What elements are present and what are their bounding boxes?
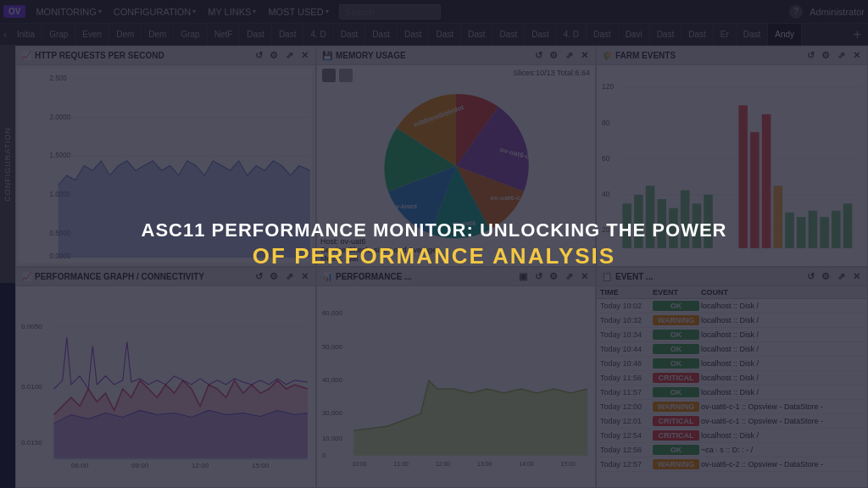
svg-text:12:00: 12:00 [192, 462, 209, 469]
refresh-icon[interactable]: ↺ [253, 271, 264, 282]
link-icon[interactable]: ⇗ [835, 50, 847, 61]
chevron-down-icon: ▾ [253, 8, 256, 15]
refresh-icon[interactable]: ↺ [804, 50, 816, 61]
event-row[interactable]: Today 12:00WARNINGov-uat6-c-1 :: Opsview… [597, 400, 867, 414]
close-icon[interactable]: ✕ [298, 50, 310, 61]
tab-item[interactable]: Davi [619, 24, 650, 46]
close-icon[interactable]: ✕ [578, 271, 590, 282]
tab-item[interactable]: Dast [334, 24, 366, 46]
event-host: localhost :: Disk / [701, 374, 864, 382]
refresh-icon[interactable]: ↺ [804, 271, 816, 282]
logo: OV [3, 5, 25, 18]
link-icon[interactable]: ⇗ [563, 271, 575, 282]
perf2-chart-area: 60,000 50,000 40,000 30,000 10,000 0 10:… [317, 286, 595, 487]
tab-item[interactable]: Andy [768, 24, 802, 46]
refresh-icon[interactable]: ↺ [532, 50, 544, 61]
svg-text:0.0150: 0.0150 [21, 439, 42, 446]
event-row[interactable]: Today 12:57WARNINGov-uat6-c-2 :: Opsview… [597, 458, 867, 472]
event-status: CRITICAL [653, 430, 699, 441]
nav-mostused[interactable]: MOST USED ▾ [263, 5, 333, 19]
tab-item[interactable]: Dast [240, 24, 272, 46]
tab-item[interactable]: Dast [737, 24, 769, 46]
tab-item[interactable]: Dast [272, 24, 304, 46]
farm-bar-chart: 120 80 60 40 20 [600, 69, 864, 263]
event-row[interactable]: Today 10:44OKlocalhost :: Disk / [597, 342, 867, 357]
tab-item[interactable]: Dast [525, 24, 557, 46]
http-panel-header: 📈 HTTP REQUESTS PER SECOND ↺ ⚙ ⇗ ✕ [16, 47, 315, 65]
event-host: localhost :: Disk / [701, 302, 864, 310]
farm-panel-controls: ↺ ⚙ ⇗ ✕ [804, 50, 862, 61]
event-row[interactable]: Today 11:56CRITICALlocalhost :: Disk / [597, 371, 867, 385]
settings-icon[interactable]: ⚙ [548, 271, 559, 282]
svg-rect-35 [750, 132, 760, 248]
perf-icon: 📈 [21, 272, 31, 281]
close-icon[interactable]: ✕ [578, 50, 590, 61]
nav-mylinks[interactable]: MY LINKS ▾ [203, 5, 261, 19]
tab-item[interactable]: 4. D [303, 24, 333, 46]
link-icon[interactable]: ⇗ [283, 271, 295, 282]
event-row[interactable]: Today 10:34OKlocalhost :: Disk / [597, 328, 867, 342]
events-panel: 📋 EVENT ... ↺ ⚙ ⇗ ✕ TIME EVENT COUNT Tod… [596, 267, 868, 488]
svg-text:60,000: 60,000 [322, 309, 343, 317]
tab-item[interactable]: Dast [587, 24, 619, 46]
event-row[interactable]: Today 11:57OKlocalhost :: Disk / [597, 385, 867, 400]
search-input[interactable] [339, 4, 441, 19]
settings-icon[interactable]: ⚙ [268, 271, 280, 282]
svg-text:20: 20 [602, 225, 610, 234]
tab-item[interactable]: Dast [461, 24, 493, 46]
tab-item[interactable]: Initia [10, 24, 42, 46]
event-row[interactable]: Today 12:54CRITICALlocalhost :: Disk / [597, 429, 867, 443]
tab-item[interactable]: Dast [365, 24, 398, 46]
event-time: Today 12:00 [600, 402, 651, 411]
close-icon[interactable]: ✕ [850, 271, 862, 282]
tooltip-service: Service Check: sinc Load Average [320, 246, 437, 254]
settings-icon[interactable]: ⚙ [820, 50, 832, 61]
nav-configuration[interactable]: CONFIGURATION ▾ [108, 5, 201, 19]
event-row[interactable]: Today 12:01CRITICALov-uat6-c-1 :: Opsvie… [597, 414, 867, 429]
tab-item[interactable]: Dem [109, 24, 142, 46]
close-icon[interactable]: ✕ [298, 271, 310, 282]
tab-item[interactable]: Even [75, 24, 109, 46]
tabs-prev-arrow[interactable]: ‹ [0, 29, 10, 41]
settings-icon[interactable]: ⚙ [548, 50, 559, 61]
event-row[interactable]: Today 10:02OKlocalhost :: Disk / [597, 299, 867, 313]
refresh-icon[interactable]: ↺ [253, 50, 264, 61]
settings-icon[interactable]: ⚙ [820, 271, 832, 282]
settings-icon[interactable]: ⚙ [268, 50, 280, 61]
svg-text:15:00: 15:00 [561, 461, 576, 467]
tab-item[interactable]: 4. D [557, 24, 587, 46]
tab-item[interactable]: Grap [42, 24, 75, 46]
refresh-icon[interactable]: ↺ [532, 271, 544, 282]
tab-item[interactable]: Grap [174, 24, 207, 46]
col-host: COUNT [701, 288, 864, 297]
link-icon[interactable]: ⇗ [835, 271, 847, 282]
tab-item[interactable]: Dem [142, 24, 174, 46]
event-row[interactable]: Today 12:56OK~ca · s :: D: : - / [597, 443, 867, 458]
event-icon[interactable]: ▣ [517, 271, 529, 282]
event-row[interactable]: Today 10:46OKlocalhost :: Disk / [597, 357, 867, 371]
events-title: EVENT ... [615, 272, 653, 281]
nav-monitoring[interactable]: MONITORING ▾ [31, 5, 106, 19]
tab-item[interactable]: Dast [650, 24, 682, 46]
tab-add-button[interactable]: + [847, 27, 868, 42]
svg-text:120: 120 [602, 82, 614, 91]
tab-item[interactable]: Er [714, 24, 737, 46]
help-icon[interactable]: ? [789, 5, 803, 19]
link-icon[interactable]: ⇗ [563, 50, 575, 61]
close-icon[interactable]: ✕ [850, 50, 862, 61]
svg-text:1.5000: 1.5000 [50, 151, 71, 160]
perf-line-chart: 0.0050 0.0100 0.0150 06:00 09:00 12:00 1… [19, 290, 312, 484]
tab-item[interactable]: Dast [429, 24, 461, 46]
event-row[interactable]: Today 10:32WARNINGlocalhost :: Disk / [597, 313, 867, 328]
svg-text:40,000: 40,000 [322, 376, 343, 384]
link-icon[interactable]: ⇗ [283, 50, 295, 61]
tab-item[interactable]: Dast [493, 24, 526, 46]
memory-panel-header: 💾 MEMORY USAGE ↺ ⚙ ⇗ ✕ [317, 47, 595, 65]
tab-item[interactable]: NetF [208, 24, 241, 46]
tab-item[interactable]: Dast [398, 24, 430, 46]
svg-text:ov-uat6-c-1: ov-uat6-c-1 [490, 194, 526, 202]
svg-text:12:00: 12:00 [436, 461, 450, 467]
event-host: ov-uat6-c-1 :: Opsview - DataStore - [701, 402, 864, 411]
tab-item[interactable]: Dast [682, 24, 714, 46]
events-column-headers: TIME EVENT COUNT [597, 286, 867, 299]
